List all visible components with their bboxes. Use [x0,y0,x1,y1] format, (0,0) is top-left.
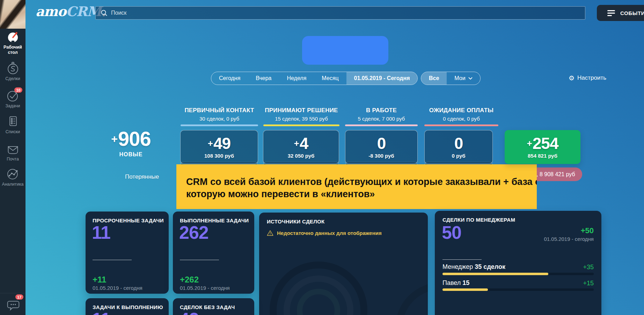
stage-card-amount: -8 300 руб [368,153,394,159]
range-yesterday[interactable]: Вчера [248,72,279,85]
stage-card-value: 4 [300,134,308,152]
stage-color-bar [263,124,339,126]
search-input[interactable] [111,7,585,19]
sidebar-item-label: Рабочий стол [0,45,25,55]
sidebar-item-tasks[interactable]: 10 Задачи [0,90,25,109]
widget-delta: +262 [180,275,199,285]
profile-photo[interactable] [0,0,25,29]
sidebar-item-lists[interactable]: Списки [0,115,25,135]
lost-amount-text: , 8 908 421 руб [536,171,575,178]
range-custom-active[interactable]: 01.05.2019 - Сегодня [346,72,418,85]
stage-card-value: 49 [213,134,230,152]
widget-delta: +11 [93,275,106,285]
stage-card-in-progress[interactable]: 0 -8 300 руб [345,130,418,164]
ghost-donut-arc [395,282,428,315]
won-card-amount: 854 821 руб [528,153,557,159]
logo-amo: amo [36,3,66,19]
sidebar-item-label: Аналитика [0,182,25,187]
plus-sign: + [294,138,299,149]
widget-title: СДЕЛКИ ПО МЕНЕДЖЕРАМ [442,217,515,223]
scope-my-label: Мои [454,75,465,81]
range-today[interactable]: Сегодня [211,72,248,85]
lists-icon [7,115,19,128]
stage-name: ОЖИДАНИЕ ОПЛАТЫ [424,107,498,114]
widget-divider [93,260,132,260]
widget-period: 01.05.2019 - сегодня [180,285,230,291]
plus-sign: + [527,138,532,149]
incoming-leads-counter: +906 НОВЫЕ [98,129,164,158]
widget-deals-by-manager: СДЕЛКИ ПО МЕНЕДЖЕРАМ 50 +50 01.05.2019 -… [435,211,601,315]
scope-all[interactable]: Все [421,72,447,85]
gear-icon: ⚙ [569,75,575,81]
note-line-2: которую можно перевести в «клиентов» [186,188,537,200]
date-range-tabs: Сегодня Вчера Неделя Месяц 01.05.2019 - … [211,72,418,85]
manager-count: 15 [462,279,469,286]
manager-count: 35 сделок [475,263,505,270]
won-card-value: 254 [533,134,558,152]
scope-my[interactable]: Мои [447,72,480,85]
widget-title: ИСТОЧНИКИ СДЕЛОК [267,219,324,224]
incoming-label: НОВЫЕ [98,151,164,158]
widget-period: 01.05.2019 - сегодня [544,236,594,242]
tasks-count-badge: 10 [14,87,22,93]
stage-summary: 5 сделок, 7 000 руб [345,116,418,122]
sidebar-item-analytics[interactable]: Аналитика [0,167,25,187]
plus-sign: + [208,138,213,149]
won-deals-card[interactable]: +254 854 821 руб [505,130,580,164]
stage-summary: 15 сделок, 39 550 руб [263,116,339,122]
sidebar-item-deals[interactable]: Сделки [0,62,25,81]
stage-color-bar [181,124,258,126]
warning-text: Недостаточно данных для отображения [277,230,382,236]
widget-value: 50 [442,223,461,242]
sidebar-item-label: Почта [0,157,25,162]
stage-card-amount: 0 руб [452,153,465,159]
deals-icon [7,62,19,75]
widget-divider [180,260,219,260]
chat-count-badge: 17 [15,294,23,300]
chevron-down-icon [468,77,473,80]
sidebar-item-mail[interactable]: Почта [0,143,25,162]
stage-card-first-contact[interactable]: +49 108 300 руб [180,130,258,164]
stage-card-value: 0 [377,134,386,152]
manager-progress-track [442,273,594,275]
manager-row-name: Павел 15 [442,279,469,287]
annotation-note: CRM со всей базой клиентов (действующих … [176,164,537,209]
widget-deals-without-tasks: СДЕЛОК БЕЗ ЗАДАЧ 42 [173,298,254,315]
stage-card-value: 0 [454,134,463,152]
stage-header-in-progress: В РАБОТЕ 5 сделок, 7 000 руб [345,107,418,126]
widget-value: 262 [179,223,208,242]
sidebar-item-dashboard[interactable]: Рабочий стол [0,31,25,55]
stage-name: ПЕРВИЧНЫЙ КОНТАКТ [181,107,258,114]
widget-value: 42 [179,310,199,315]
manager-progress-track [442,288,594,291]
manager-name: Павел [442,279,462,286]
chat-button[interactable]: 17 [6,297,21,313]
events-button[interactable]: СОБЫТИЯ [597,5,644,21]
sidebar-item-label: Задачи [0,103,25,109]
note-line-1: CRM со всей базой клиентов (действующих … [186,176,537,188]
scope-tabs: Все Мои [421,72,481,85]
stage-card-awaiting-payment[interactable]: 0 0 руб [424,130,493,164]
warning-triangle-icon [267,230,273,236]
events-feed-icon [607,10,615,16]
stage-header-first-contact: ПЕРВИЧНЫЙ КОНТАКТ 30 сделок, 0 руб [181,107,258,126]
lost-row-label: Потерянные [125,173,159,180]
pipeline-selector-box[interactable] [302,36,388,65]
range-week[interactable]: Неделя [279,72,314,85]
range-month[interactable]: Месяц [314,72,346,85]
widget-tasks-todo: ЗАДАЧИ К ВЫПОЛНЕНИЮ 11 [86,298,169,315]
stage-card-amount: 108 300 руб [204,153,234,159]
widget-overdue-tasks: ПРОСРОЧЕННЫЕ ЗАДАЧИ 11 +11 01.05.2019 - … [86,212,169,294]
analytics-chart-icon [6,167,20,180]
stage-header-deciding: ПРИНИМАЮТ РЕШЕНИЕ 15 сделок, 39 550 руб [263,107,339,126]
manager-progress-fill [442,273,548,275]
sidebar-item-label: Списки [0,129,25,135]
stage-card-deciding[interactable]: +4 32 050 руб [263,130,339,164]
widget-delta: +50 [581,226,594,235]
widget-value: 11 [92,223,110,242]
manager-delta: +15 [583,280,594,287]
widget-completed-tasks: ВЫПОЛНЕННЫЕ ЗАДАЧИ 262 +262 01.05.2019 -… [173,212,254,294]
sidebar-item-label: Сделки [0,76,25,81]
configure-button[interactable]: ⚙ Настроить [569,74,606,81]
mail-envelope-icon [6,143,20,155]
